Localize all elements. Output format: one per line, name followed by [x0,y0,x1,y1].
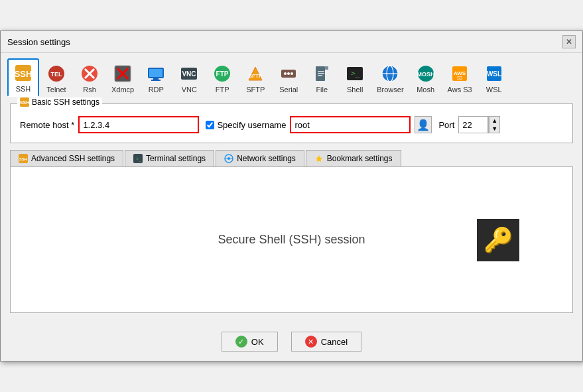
specify-username-checkbox[interactable] [206,121,214,129]
file-icon [311,63,332,84]
svg-text:TEL: TEL [51,71,63,78]
toolbar-wsl[interactable]: WSL WSL [478,60,510,97]
aws-s3-label: Aws S3 [448,86,472,94]
content-area: SSH Basic SSH settings Remote host * Spe… [1,97,582,322]
cancel-icon: ✕ [305,336,317,348]
serial-icon [278,63,299,84]
toolbar-ftp[interactable]: FTP FTP [206,60,238,97]
dialog-footer: ✓ OK ✕ Cancel [1,322,582,361]
aws-s3-icon: AWS S3 [449,63,470,84]
svg-text:WSL: WSL [487,70,501,78]
svg-rect-28 [318,73,324,74]
xdmcp-label: Xdmcp [111,86,134,94]
advanced-ssh-tab-label: Advanced SSH settings [31,154,115,163]
key-icon-box: 🔑 [477,219,519,261]
remote-host-label: Remote host * [20,120,74,130]
svg-rect-29 [318,75,322,76]
rdp-label: RDP [149,86,164,94]
file-label: File [316,86,328,94]
port-input[interactable] [458,116,488,133]
svg-text:SFTP: SFTP [249,73,263,79]
user-browse-button[interactable]: 👤 [415,116,432,133]
session-description: Secure Shell (SSH) session [218,233,365,247]
svg-rect-12 [151,80,161,81]
tab-advanced-ssh[interactable]: SSH Advanced SSH settings [10,150,123,166]
svg-text:SSH: SSH [15,69,32,79]
sftp-label: SFTP [246,86,265,94]
terminal-tab-label: Terminal settings [146,154,206,163]
toolbar: SSH SSH TEL Telnet [1,53,582,97]
svg-marker-52 [316,155,322,162]
rsh-icon [79,63,100,84]
cancel-button[interactable]: ✕ Cancel [291,332,361,352]
toolbar-rdp[interactable]: RDP [140,60,172,97]
remote-host-input[interactable] [78,116,199,133]
bookmark-tab-icon [314,154,324,163]
username-input[interactable] [290,116,411,133]
svg-text:MOSH: MOSH [417,71,434,78]
specify-username-checkbox-group: Specify username [206,120,286,130]
ssh-icon: SSH [13,62,34,84]
svg-text:FTP: FTP [216,70,229,78]
ok-button[interactable]: ✓ OK [222,332,278,352]
cancel-label: Cancel [321,337,348,347]
svg-point-22 [287,72,290,75]
basic-ssh-title-icon: SSH [20,98,29,107]
ssh-label: SSH [16,85,31,93]
dialog-title: Session settings [7,37,70,47]
port-decrement-button[interactable]: ▼ [489,125,499,133]
shell-label: Shell [347,86,363,94]
advanced-ssh-tab-icon: SSH [19,154,28,163]
tab-bookmark[interactable]: Bookmark settings [306,150,401,166]
title-bar: Session settings ✕ [1,31,582,53]
toolbar-xdmcp[interactable]: Xdmcp [107,60,139,97]
network-tab-label: Network settings [237,154,296,163]
port-increment-button[interactable]: ▲ [489,117,499,125]
tab-terminal[interactable]: >_ Terminal settings [125,150,214,166]
session-settings-dialog: Session settings ✕ SSH SSH TEL Telnet [0,31,583,361]
ftp-icon: FTP [212,63,233,84]
toolbar-sftp[interactable]: SFTP SFTP [239,60,271,97]
svg-point-21 [284,72,287,75]
toolbar-vnc[interactable]: VNC VNC [173,60,205,97]
mosh-label: Mosh [417,86,434,94]
xdmcp-icon [112,63,133,84]
tab-network[interactable]: Network settings [216,150,304,166]
svg-text:>_: >_ [136,157,141,162]
svg-text:SSH: SSH [20,100,29,105]
terminal-tab-icon: >_ [133,154,143,163]
svg-rect-26 [325,66,328,70]
toolbar-mosh[interactable]: MOSH Mosh [410,60,442,97]
svg-text:S3: S3 [457,76,463,80]
tab-panel: Secure Shell (SSH) session 🔑 [10,167,573,313]
toolbar-file[interactable]: File [306,60,338,97]
serial-label: Serial [279,86,298,94]
telnet-label: Telnet [46,86,66,94]
tabs-container: SSH Advanced SSH settings >_ Terminal se… [10,150,573,313]
tabs-bar: SSH Advanced SSH settings >_ Terminal se… [10,150,573,167]
wsl-label: WSL [486,86,502,94]
toolbar-telnet[interactable]: TEL Telnet [40,60,72,97]
browser-icon [379,63,401,84]
network-tab-icon [224,154,233,163]
toolbar-shell[interactable]: >_ Shell [339,60,371,97]
port-spinner-group: ▲ ▼ [458,116,500,133]
toolbar-browser[interactable]: Browser [372,60,408,97]
toolbar-aws-s3[interactable]: AWS S3 Aws S3 [443,60,477,97]
bookmark-tab-label: Bookmark settings [327,154,393,163]
svg-point-23 [291,72,293,75]
close-button[interactable]: ✕ [562,35,576,48]
key-icon: 🔑 [484,226,513,254]
svg-text:SSH: SSH [19,157,27,161]
toolbar-rsh[interactable]: Rsh [74,60,105,97]
toolbar-ssh[interactable]: SSH SSH [7,58,39,97]
svg-rect-27 [318,71,324,72]
svg-text:>_: >_ [351,69,360,78]
ok-icon: ✓ [235,336,247,348]
mosh-icon: MOSH [415,63,436,84]
basic-ssh-row: Remote host * Specify username 👤 Port [20,116,563,133]
rdp-icon [145,63,166,84]
toolbar-serial[interactable]: Serial [273,60,304,97]
sftp-icon: SFTP [245,63,266,84]
port-spinner: ▲ ▼ [488,116,500,133]
